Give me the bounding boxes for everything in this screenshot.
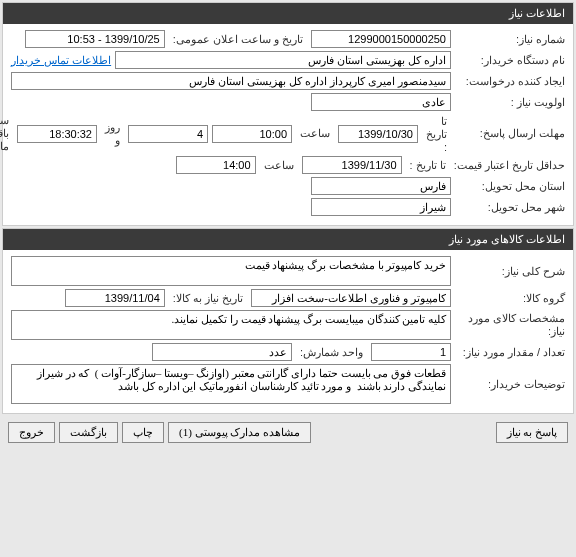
unit-field[interactable] — [152, 343, 292, 361]
panel2-header: اطلاعات کالاهای مورد نیاز — [3, 229, 573, 250]
priority-label: اولویت نیاز : — [455, 96, 565, 109]
time-label-2: ساعت — [264, 159, 294, 172]
attachments-button[interactable]: مشاهده مدارک پیوستی (1) — [168, 422, 311, 443]
pub-date-label: تاریخ و ساعت اعلان عمومی: — [173, 33, 303, 46]
requester-field[interactable] — [11, 72, 451, 90]
pub-date-field[interactable] — [25, 30, 165, 48]
days-label: روز و — [105, 121, 120, 147]
city-field[interactable] — [311, 198, 451, 216]
back-button[interactable]: بازگشت — [59, 422, 118, 443]
city-label: شهر محل تحویل: — [455, 201, 565, 214]
validity-date-field[interactable] — [302, 156, 402, 174]
time-label-1: ساعت — [300, 127, 330, 140]
buyer-contact-link[interactable]: اطلاعات تماس خریدار — [11, 54, 111, 67]
province-label: استان محل تحویل: — [455, 180, 565, 193]
group-field[interactable] — [251, 289, 451, 307]
need-no-label: شماره نیاز: — [455, 33, 565, 46]
need-to-date-field[interactable] — [65, 289, 165, 307]
deadline-label: مهلت ارسال پاسخ: — [455, 127, 565, 140]
requester-label: ایجاد کننده درخواست: — [455, 75, 565, 88]
spec-label: مشخصات کالای مورد نیاز: — [455, 312, 565, 338]
deadline-date-field[interactable] — [338, 125, 418, 143]
respond-button[interactable]: پاسخ به نیاز — [496, 422, 569, 443]
days-remain-field[interactable] — [128, 125, 208, 143]
time-remain-field[interactable] — [17, 125, 97, 143]
group-label: گروه کالا: — [455, 292, 565, 305]
desc-label: شرح کلی نیاز: — [455, 265, 565, 278]
spec-field[interactable] — [11, 310, 451, 340]
need-no-field[interactable] — [311, 30, 451, 48]
validity-time-field[interactable] — [176, 156, 256, 174]
unit-label: واحد شمارش: — [300, 346, 363, 359]
buyer-note-label: توضیحات خریدار: — [455, 378, 565, 391]
panel1-header: اطلاعات نیاز — [3, 3, 573, 24]
priority-field[interactable] — [311, 93, 451, 111]
desc-field[interactable] — [11, 256, 451, 286]
to-date-label-2: تا تاریخ : — [410, 159, 446, 172]
goods-info-panel: اطلاعات کالاهای مورد نیاز شرح کلی نیاز: … — [2, 228, 574, 414]
qty-label: تعداد / مقدار مورد نیاز: — [455, 346, 565, 359]
exit-button[interactable]: خروج — [8, 422, 55, 443]
deadline-time-field[interactable] — [212, 125, 292, 143]
remain-label: ساعت باقی مانده — [0, 114, 9, 153]
buyer-note-field[interactable] — [11, 364, 451, 404]
need-to-date-label: تاریخ نیاز به کالا: — [173, 292, 243, 305]
to-date-label: تا تاریخ : — [426, 115, 447, 153]
need-info-panel: اطلاعات نیاز شماره نیاز: تاریخ و ساعت اع… — [2, 2, 574, 226]
province-field[interactable] — [311, 177, 451, 195]
qty-field[interactable] — [371, 343, 451, 361]
footer-bar: پاسخ به نیاز مشاهده مدارک پیوستی (1) چاپ… — [0, 416, 576, 449]
print-button[interactable]: چاپ — [122, 422, 164, 443]
buyer-org-label: نام دستگاه خریدار: — [455, 54, 565, 67]
buyer-org-field[interactable] — [115, 51, 451, 69]
validity-label: حداقل تاریخ اعتبار قیمت: — [454, 159, 565, 172]
